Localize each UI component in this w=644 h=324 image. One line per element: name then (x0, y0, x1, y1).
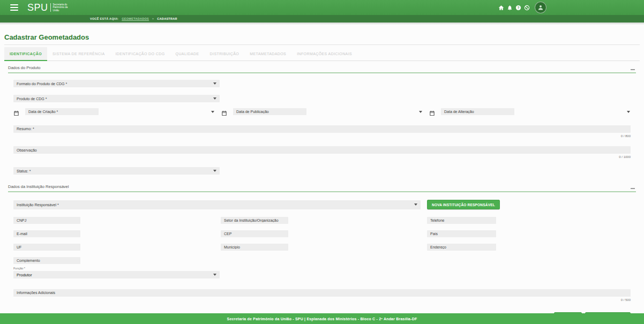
endereco-input[interactable] (427, 244, 496, 251)
chevron-down-icon (627, 111, 630, 113)
logo-subtitle: Secretaria do Patrimônio da União (50, 3, 73, 12)
breadcrumb-link-geometadados[interactable]: GEOMETADADOS (122, 17, 149, 20)
pais-input[interactable] (427, 230, 496, 237)
municipio-input[interactable] (221, 244, 288, 251)
data-criacao-input[interactable] (25, 108, 99, 115)
section-title-produto: Dados do Produto (8, 65, 40, 70)
data-publicacao-input[interactable] (233, 108, 306, 115)
chevron-down-icon (213, 170, 216, 172)
chevron-down-icon (419, 111, 422, 113)
select-produto-label: Produto de CDG * (17, 97, 47, 101)
user-avatar[interactable] (535, 2, 546, 13)
date-fields-row (13, 108, 631, 115)
footer-bar: Secretaria de Patrimônio da União - SPU … (0, 313, 644, 324)
section-title-instituicao: Dados da Instituição Responsável (8, 184, 69, 189)
cnpj-input[interactable] (13, 217, 80, 224)
top-header-bar: SPU Secretaria do Patrimônio da União ? (0, 0, 644, 15)
tab-bar: IDENTIFICAÇÃO SISTEMA DE REFERÊNCIA IDEN… (4, 47, 640, 61)
nova-instituicao-button[interactable]: NOVA INSTITUIÇÃO RESPONSÁVEL (427, 200, 500, 209)
select-produto-cdg[interactable]: Produto de CDG * (13, 95, 220, 102)
select-formato-label: Formato do Produto de CDG * (17, 82, 67, 86)
collapse-icon-instituicao[interactable] (631, 188, 635, 189)
institution-fields-grid (13, 217, 631, 264)
spu-logo[interactable]: SPU Secretaria do Patrimônio da União (27, 2, 73, 13)
select-funcao[interactable]: Produtor (13, 271, 220, 278)
home-icon[interactable] (498, 4, 504, 11)
funcao-label: Função * (13, 267, 631, 270)
resumo-char-counter: 0 / 800 (13, 134, 631, 138)
observacao-input[interactable] (13, 146, 631, 154)
block-icon[interactable] (523, 4, 530, 11)
date-field-alteracao (429, 108, 630, 115)
main-content: Cadastrar Geometadados IDENTIFICAÇÃO SIS… (0, 25, 644, 320)
chevron-down-icon (213, 82, 216, 85)
cep-input[interactable] (221, 230, 288, 237)
calendar-icon[interactable] (13, 109, 19, 115)
informacoes-adicionais-char-counter: 0 / 500 (13, 298, 631, 302)
section-header-produto: Dados do Produto (8, 65, 636, 73)
footer-text: Secretaria de Patrimônio da União - SPU … (227, 317, 417, 321)
telefone-input[interactable] (427, 217, 496, 224)
complemento-input[interactable] (13, 257, 80, 264)
section-header-instituicao: Dados da Instituição Responsável (8, 184, 636, 192)
logo-text: SPU (27, 2, 48, 13)
date-field-criacao (13, 108, 214, 115)
page-title: Cadastrar Geometadados (4, 33, 640, 41)
calendar-icon[interactable] (221, 109, 227, 115)
tab-sistema-de-referencia[interactable]: SISTEMA DE REFERÊNCIA (47, 47, 110, 61)
tab-identificacao-do-cdg[interactable]: IDENTIFICAÇÃO DO CDG (110, 47, 170, 61)
calendar-icon[interactable] (429, 109, 435, 115)
chevron-down-icon (211, 111, 214, 113)
tab-informacoes-adicionais[interactable]: INFORMAÇÕES ADICIONAIS (291, 47, 357, 61)
select-instituicao-label: Instituição Responsável * (17, 203, 59, 207)
collapse-icon-produto[interactable] (631, 69, 635, 70)
data-alteracao-input[interactable] (441, 108, 514, 115)
section-instituicao-responsavel: Dados da Instituição Responsável Institu… (8, 184, 636, 302)
email-input[interactable] (13, 230, 80, 237)
tab-distribuicao[interactable]: DISTRIBUIÇÃO (205, 47, 245, 61)
help-icon[interactable]: ? (515, 4, 521, 11)
select-instituicao-responsavel[interactable]: Instituição Responsável * (13, 200, 421, 209)
chevron-down-icon (414, 204, 417, 206)
breadcrumb-prefix: VOCÊ ESTÁ AQUI: (90, 17, 118, 20)
informacoes-adicionais-input[interactable] (13, 289, 631, 297)
select-status-label: Status: * (17, 169, 31, 173)
breadcrumb: VOCÊ ESTÁ AQUI: GEOMETADADOS > CADASTRAR (90, 17, 177, 20)
observacao-char-counter: 0 / 1000 (13, 155, 631, 159)
section-dados-do-produto: Dados do Produto Formato do Produto de C… (8, 65, 636, 175)
setor-input[interactable] (221, 217, 288, 224)
date-field-publicacao (221, 108, 422, 115)
breadcrumb-separator: > (152, 17, 154, 20)
breadcrumb-bar: VOCÊ ESTÁ AQUI: GEOMETADADOS > CADASTRAR (0, 15, 644, 22)
notifications-icon[interactable] (506, 4, 513, 11)
header-icon-group: ? (498, 0, 546, 15)
select-status[interactable]: Status: * (13, 167, 220, 175)
breadcrumb-current: CADASTRAR (157, 17, 177, 20)
menu-icon[interactable] (10, 4, 18, 11)
tab-qualidade[interactable]: QUALIDADE (170, 47, 205, 61)
select-funcao-value: Produtor (17, 273, 32, 277)
tab-identificacao[interactable]: IDENTIFICAÇÃO (4, 47, 47, 61)
tab-metametadados[interactable]: METAMETADADOS (244, 47, 291, 61)
chevron-down-icon (213, 274, 216, 276)
title-divider (4, 44, 640, 45)
chevron-down-icon (213, 97, 216, 100)
uf-input[interactable] (13, 244, 80, 251)
resumo-input[interactable] (13, 125, 631, 133)
svg-text:?: ? (517, 5, 519, 9)
select-formato-produto-cdg[interactable]: Formato do Produto de CDG * (13, 80, 220, 87)
